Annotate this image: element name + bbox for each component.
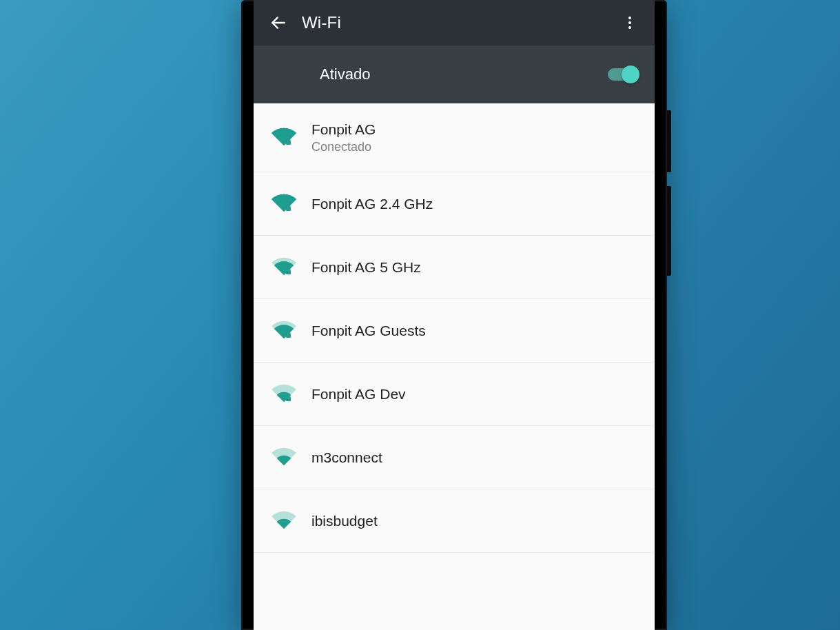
network-row[interactable]: Fonpit AG 2.4 GHz [254,172,655,236]
network-text: Fonpit AG 5 GHz [311,259,641,276]
back-button[interactable] [262,6,295,39]
svg-point-3 [628,26,631,29]
network-text: Fonpit AG Guests [311,323,641,339]
svg-point-2 [628,21,631,24]
network-text: ibisbudget [311,513,641,529]
svg-rect-8 [286,397,291,401]
wifi-signal-icon [270,256,311,279]
network-ssid: Fonpit AG 2.4 GHz [311,196,641,212]
network-text: m3connect [311,449,641,466]
network-text: Fonpit AG Dev [311,386,641,403]
network-text: Fonpit AG Conectado [311,121,641,154]
wifi-signal-icon [270,383,311,406]
network-row[interactable]: Fonpit AG Conectado [254,103,655,172]
network-ssid: m3connect [311,449,641,466]
network-ssid: Fonpit AG Guests [311,323,641,339]
wifi-signal-icon [270,192,311,216]
network-ssid: ibisbudget [311,513,641,529]
arrow-back-icon [269,14,287,32]
svg-rect-4 [286,141,291,145]
page-title: Wi-Fi [302,13,613,32]
network-ssid: Fonpit AG [311,121,641,138]
phone-side-button [667,186,671,276]
more-vertical-icon [622,14,638,31]
wifi-signal-icon [270,446,311,469]
phone-side-button [667,110,671,172]
network-row[interactable]: Fonpit AG Dev [254,363,655,426]
wifi-signal-icon [270,319,311,343]
wifi-master-toggle-row[interactable]: Ativado [254,45,655,103]
svg-rect-7 [286,334,291,338]
network-row[interactable]: Fonpit AG Guests [254,299,655,363]
wifi-signal-icon [270,126,311,150]
network-row[interactable]: ibisbudget [254,489,655,553]
network-list: Fonpit AG Conectado Fonpit AG 2.4 GHz [254,103,655,553]
network-row[interactable]: Fonpit AG 5 GHz [254,236,655,299]
appbar: Wi-Fi [254,0,655,45]
svg-point-1 [628,17,631,19]
phone-frame: Wi-Fi Ativado [241,0,667,630]
switch-thumb [622,65,639,83]
svg-rect-6 [286,270,291,274]
network-row[interactable]: m3connect [254,426,655,489]
svg-rect-5 [286,207,291,211]
toggle-label: Ativado [320,65,608,83]
network-ssid: Fonpit AG 5 GHz [311,259,641,276]
network-status: Conectado [311,140,641,154]
network-text: Fonpit AG 2.4 GHz [311,196,641,212]
overflow-menu-button[interactable] [613,6,646,39]
network-ssid: Fonpit AG Dev [311,386,641,403]
wifi-signal-icon [270,509,311,533]
screen: Wi-Fi Ativado [254,0,655,630]
wifi-toggle-switch[interactable] [608,66,638,83]
